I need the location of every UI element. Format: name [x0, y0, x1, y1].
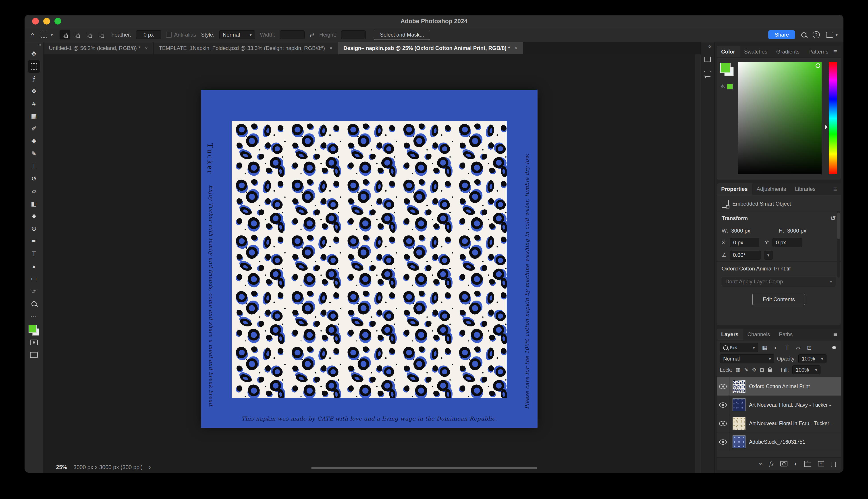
- gamut-color-swatch[interactable]: [727, 84, 733, 89]
- tool-preset-indicator[interactable]: ▾: [41, 32, 53, 38]
- style-dropdown[interactable]: Normal ▾: [219, 30, 255, 39]
- new-selection-button[interactable]: [60, 30, 70, 39]
- tab-patterns[interactable]: Patterns: [804, 46, 833, 58]
- filter-shape-layers-icon[interactable]: ▱: [794, 343, 803, 352]
- search-button[interactable]: [801, 32, 806, 37]
- vertical-scrollbar[interactable]: [695, 54, 701, 473]
- move-tool[interactable]: ✥: [28, 48, 40, 60]
- tab-color[interactable]: Color: [717, 46, 740, 58]
- blend-mode-dropdown[interactable]: Normal ▾: [720, 354, 774, 363]
- document-tab[interactable]: Untitled-1 @ 56.2% (Iceland, RGB/8) * ×: [44, 42, 154, 54]
- visibility-cell[interactable]: [717, 414, 729, 433]
- object-selection-tool[interactable]: ❖: [28, 85, 40, 98]
- foreground-color-swatch[interactable]: [720, 63, 730, 73]
- tab-gradients[interactable]: Gradients: [772, 46, 804, 58]
- layer-comp-dropdown[interactable]: Don't Apply Layer Comp ▾: [722, 276, 836, 287]
- subtract-selection-button[interactable]: [84, 30, 94, 39]
- add-layer-mask-icon[interactable]: [780, 461, 787, 466]
- close-window-button[interactable]: [32, 18, 39, 25]
- reset-transform-icon[interactable]: ↺: [830, 215, 836, 222]
- status-chevron-icon[interactable]: ›: [149, 464, 151, 470]
- panel-menu-icon[interactable]: ≡: [833, 183, 837, 195]
- gamut-warning-icon[interactable]: ⚠: [720, 84, 725, 89]
- toolbar-expand-button[interactable]: »: [38, 42, 41, 48]
- frame-tool[interactable]: ▦: [28, 110, 40, 123]
- close-tab-icon[interactable]: ×: [145, 46, 148, 51]
- close-tab-icon[interactable]: ×: [514, 46, 518, 51]
- layer-thumbnail[interactable]: [733, 380, 746, 393]
- share-button[interactable]: Share: [768, 30, 795, 39]
- type-tool[interactable]: T: [28, 247, 40, 260]
- lock-transparent-pixels-icon[interactable]: ▦: [736, 367, 740, 373]
- properties-scrollbar[interactable]: [837, 211, 840, 278]
- feather-input[interactable]: 0 px: [136, 30, 161, 39]
- select-and-mask-button[interactable]: Select and Mask...: [374, 30, 430, 40]
- document-tab[interactable]: TEMPLATE_1Napkin_Folded.psd @ 33.3% (Des…: [154, 42, 338, 54]
- new-group-icon[interactable]: [804, 462, 811, 467]
- hand-tool[interactable]: ☞: [28, 285, 40, 297]
- pen-tool[interactable]: ✒: [28, 235, 40, 247]
- edit-toolbar-button[interactable]: ⋯: [28, 310, 40, 322]
- rectangle-tool[interactable]: ▭: [28, 272, 40, 285]
- color-picker-marker[interactable]: [816, 63, 820, 68]
- width-input[interactable]: [280, 30, 305, 39]
- delete-layer-icon[interactable]: [831, 462, 836, 467]
- layer-filter-dropdown[interactable]: Kind ▾: [720, 343, 758, 352]
- minimize-window-button[interactable]: [43, 18, 50, 25]
- fill-input[interactable]: 100% ▾: [792, 365, 820, 374]
- fullscreen-window-button[interactable]: [55, 18, 61, 25]
- filter-adjustment-layers-icon[interactable]: ◐: [771, 343, 781, 352]
- screen-mode-button[interactable]: [28, 349, 40, 361]
- lock-image-pixels-icon[interactable]: ✎: [744, 367, 748, 373]
- hue-slider[interactable]: [829, 62, 837, 174]
- swap-dimensions-icon[interactable]: ⇄: [309, 32, 314, 38]
- panel-menu-icon[interactable]: ≡: [833, 46, 837, 58]
- brush-tool[interactable]: ✎: [28, 148, 40, 160]
- anti-alias-checkbox[interactable]: [166, 32, 172, 38]
- zoom-level[interactable]: 25%: [56, 464, 67, 471]
- path-selection-tool[interactable]: ▴: [28, 260, 40, 272]
- eyedropper-tool[interactable]: ✐: [28, 123, 40, 135]
- blur-tool[interactable]: [28, 210, 40, 222]
- canvas-area[interactable]: Tucker Enjoy Tucker with family and frie…: [44, 54, 701, 473]
- link-layers-icon[interactable]: ∞: [759, 461, 763, 467]
- layer-thumbnail[interactable]: [733, 436, 746, 448]
- workspace-button[interactable]: ▾: [826, 32, 838, 38]
- crop-tool[interactable]: #: [28, 98, 40, 110]
- lasso-tool[interactable]: ∮: [28, 73, 40, 85]
- layer-row[interactable]: Art Nouveau Floral in Ecru - Tucker -: [717, 414, 841, 433]
- tab-layers[interactable]: Layers: [717, 329, 743, 340]
- eraser-tool[interactable]: ▱: [28, 185, 40, 197]
- lock-artboard-icon[interactable]: ⊞: [760, 367, 764, 373]
- opacity-input[interactable]: 100% ▾: [798, 354, 827, 363]
- lock-position-icon[interactable]: ✥: [752, 367, 756, 373]
- help-button[interactable]: ?: [813, 31, 820, 38]
- filter-smart-object-icon[interactable]: ⊡: [805, 343, 814, 352]
- x-input[interactable]: 0 px: [730, 238, 759, 247]
- layer-effects-icon[interactable]: fx: [769, 460, 774, 467]
- quick-mask-button[interactable]: [28, 336, 40, 349]
- rotation-dropdown[interactable]: ▾: [764, 251, 773, 259]
- gradient-tool[interactable]: ◧: [28, 197, 40, 210]
- height-input[interactable]: [341, 30, 366, 39]
- tab-libraries[interactable]: Libraries: [790, 183, 820, 195]
- comments-panel-button[interactable]: [703, 69, 713, 78]
- intersect-selection-button[interactable]: [96, 30, 106, 39]
- layer-row[interactable]: AdobeStock_716031751: [717, 433, 841, 451]
- filter-pixel-layers-icon[interactable]: ▦: [760, 343, 769, 352]
- tab-channels[interactable]: Channels: [743, 329, 774, 340]
- foreground-color-swatch[interactable]: [28, 325, 37, 333]
- dodge-tool[interactable]: ⊙: [28, 222, 40, 235]
- layer-row-selected[interactable]: Oxford Cotton Animal Print: [717, 377, 841, 396]
- height-value[interactable]: 3000 px: [787, 228, 806, 234]
- y-input[interactable]: 0 px: [773, 238, 802, 247]
- rotation-input[interactable]: 0.00°: [730, 251, 761, 259]
- tab-swatches[interactable]: Swatches: [740, 46, 772, 58]
- layer-row[interactable]: Art Nouveau Floral...Navy - Tucker -: [717, 396, 841, 414]
- hue-slider-marker[interactable]: [825, 125, 828, 129]
- add-selection-button[interactable]: [72, 30, 82, 39]
- rectangular-marquee-tool[interactable]: [28, 60, 40, 73]
- new-adjustment-layer-icon[interactable]: ◐: [794, 461, 797, 467]
- layer-thumbnail[interactable]: [733, 417, 746, 430]
- edit-contents-button[interactable]: Edit Contents: [752, 294, 805, 305]
